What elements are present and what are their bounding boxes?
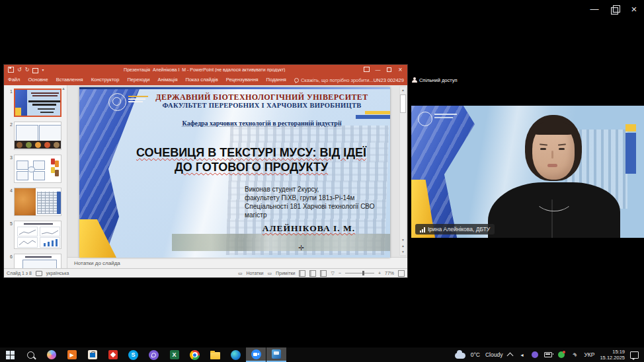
share-label: Спільний доступ	[419, 77, 458, 83]
qat-customize-icon[interactable]: ▾	[42, 67, 44, 73]
zoom-out-button[interactable]: −	[339, 271, 341, 275]
video-flag-stripe-yellow	[625, 124, 636, 131]
clock[interactable]: 15:19 15.12.2025	[600, 349, 625, 361]
previous-slide-icon[interactable]: ▲	[400, 243, 406, 249]
slide-thumbnail-1[interactable]	[14, 89, 61, 117]
wifi-icon[interactable]: )))	[569, 349, 581, 361]
thumbnail-number: 2	[5, 122, 13, 150]
fit-slide-icon[interactable]	[398, 270, 405, 277]
ppt-close-button[interactable]: ×	[395, 65, 406, 75]
scroll-down-icon[interactable]: ▼	[400, 237, 406, 243]
zoom-slider[interactable]	[345, 273, 374, 273]
tab-file[interactable]: Файл	[4, 75, 24, 85]
save-icon[interactable]	[8, 67, 14, 73]
share-button[interactable]: Спільний доступ	[408, 77, 462, 84]
thumbnail-row-2: 2	[5, 122, 61, 150]
slide-indicator: Слайд 1 з 8	[7, 271, 32, 275]
tab-slideshow[interactable]: Показ слайдів	[182, 75, 222, 85]
taskbar-mail-app[interactable]	[102, 347, 123, 362]
taskbar-copilot[interactable]	[41, 347, 61, 362]
scroll-up-icon[interactable]: ▲	[400, 87, 406, 93]
taskbar-viber[interactable]	[143, 347, 164, 362]
next-slide-icon[interactable]: ▼	[400, 249, 406, 255]
input-language[interactable]: УКР	[584, 351, 594, 358]
taskbar-file-explorer[interactable]	[205, 347, 225, 362]
undo-icon[interactable]: ↺	[17, 67, 22, 73]
taskbar-presentation-app-active[interactable]	[266, 347, 286, 362]
taskbar-store[interactable]	[82, 347, 102, 362]
taskbar-skype[interactable]: S	[123, 347, 143, 362]
tray-viber-icon[interactable]	[531, 350, 539, 359]
slide-thumbnail-3[interactable]	[14, 155, 61, 183]
weather-temp[interactable]: 0°C	[471, 351, 480, 358]
powerpoint-window: ↺ ↻ ▾ Презентація_Алейнікова І_М - Power…	[3, 64, 408, 278]
participant-eye	[559, 148, 565, 150]
slide-thumbnail-4[interactable]	[14, 188, 61, 216]
notes-toggle[interactable]: Нотатки	[247, 271, 264, 275]
start-button[interactable]	[0, 347, 20, 362]
thumbnail-number: 5	[5, 221, 13, 249]
comments-toggle[interactable]: Примітки	[276, 271, 295, 275]
slide-thumbnail-6[interactable]	[14, 254, 61, 268]
participant-video-tile[interactable]: Ірина Алейнікова, ДБТУ	[411, 106, 644, 238]
slide-thumbnail-5[interactable]	[14, 221, 61, 249]
scrollbar-thumb[interactable]	[400, 94, 406, 113]
close-button[interactable]: ×	[625, 3, 643, 16]
normal-view-icon[interactable]	[299, 270, 305, 277]
taskbar-excel[interactable]: X	[164, 347, 184, 362]
tab-design[interactable]: Конструктор	[87, 75, 124, 85]
redo-icon[interactable]: ↻	[25, 67, 30, 73]
battery-icon[interactable]	[544, 350, 552, 359]
slide-editor[interactable]: ДЕРЖАВНИЙ БІОТЕХНОЛОГІЧНИЙ УНІВЕРСИТЕТ Ф…	[79, 87, 390, 258]
tell-me-label: Скажіть, що потрібно зробити...	[301, 77, 374, 83]
weather-cloud-icon[interactable]	[455, 353, 465, 359]
lightbulb-icon	[294, 78, 299, 83]
action-center-icon[interactable]	[630, 351, 639, 359]
taskbar-movies-tv[interactable]: ▶	[61, 347, 82, 362]
zoom-in-button[interactable]: +	[378, 271, 381, 275]
flag-stripe-yellow	[365, 111, 390, 114]
reading-view-icon[interactable]	[320, 270, 327, 277]
restore-button[interactable]	[606, 3, 623, 16]
street-photo-strip	[172, 234, 390, 251]
slide-sorter-view-icon[interactable]	[309, 270, 316, 277]
participant-eye	[540, 148, 546, 150]
antivirus-icon[interactable]	[557, 350, 565, 359]
taskbar: ▶ S X 0°C Cloudy ◄ ))) УКР 15:19	[0, 347, 644, 362]
tab-insert[interactable]: Вставлення	[52, 75, 87, 85]
notes-pane[interactable]: Нотатки до слайда	[67, 257, 407, 268]
slideshow-view-icon[interactable]: ▽	[331, 271, 334, 276]
thumbnail-row-5: 5	[5, 221, 61, 249]
start-slideshow-icon[interactable]	[32, 68, 38, 73]
slide-thumbnail-2[interactable]	[14, 122, 61, 150]
ribbon-display-options-icon[interactable]	[361, 65, 372, 75]
thumbnail-scroll-up[interactable]: ▲	[61, 87, 66, 93]
edge-icon	[231, 350, 241, 360]
minimize-button[interactable]: —	[586, 3, 603, 16]
account-label[interactable]: UN23 002429	[374, 77, 404, 83]
weather-condition[interactable]: Cloudy	[485, 351, 503, 358]
slide-canvas[interactable]: ДЕРЖАВНИЙ БІОТЕХНОЛОГІЧНИЙ УНІВЕРСИТЕТ Ф…	[67, 85, 407, 257]
vertical-scrollbar[interactable]: ▲ ▼ ▲ ▼	[399, 87, 407, 256]
zoom-level[interactable]: 77%	[385, 271, 394, 275]
search-button[interactable]	[20, 347, 41, 362]
ppt-titlebar: ↺ ↻ ▾ Презентація_Алейнікова І_М - Power…	[4, 65, 407, 75]
video-emblem-icon	[418, 112, 432, 126]
tab-review[interactable]: Рецензування	[222, 75, 262, 85]
ppt-restore-button[interactable]	[383, 65, 395, 75]
tab-transitions[interactable]: Переходи	[123, 75, 153, 85]
tab-animations[interactable]: Анімація	[153, 75, 181, 85]
tab-view[interactable]: Подання	[262, 75, 290, 85]
taskbar-edge[interactable]	[225, 347, 246, 362]
language-label[interactable]: українська	[46, 271, 69, 275]
file-explorer-icon	[210, 352, 220, 359]
taskbar-meeting-app-active[interactable]	[246, 347, 266, 362]
tab-home[interactable]: Основне	[24, 75, 52, 85]
thumbnail-row-4: 4	[5, 188, 61, 216]
tell-me-search[interactable]: Скажіть, що потрібно зробити...	[294, 77, 374, 83]
ppt-minimize-button[interactable]: —	[372, 65, 383, 75]
speaker-icon[interactable]: ◄	[518, 350, 526, 359]
zoom-slider-thumb[interactable]	[362, 271, 364, 275]
tray-overflow-chevron-icon[interactable]	[507, 353, 514, 359]
taskbar-chrome[interactable]	[184, 347, 205, 362]
